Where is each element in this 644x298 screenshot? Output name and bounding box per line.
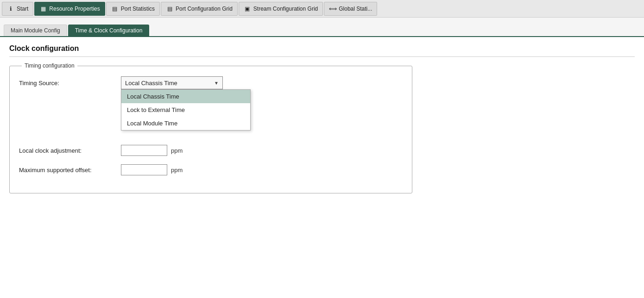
tab-time-clock-config[interactable]: Time & Clock Configuration <box>68 25 150 36</box>
timing-source-row: Timing Source: Local Chassis Time ▼ Loca… <box>19 76 403 89</box>
tab-port-statistics[interactable]: ▤ Port Statistics <box>106 2 160 16</box>
global-stati-icon: ⟺ <box>329 5 336 12</box>
timing-source-label: Timing Source: <box>19 80 121 87</box>
stream-config-grid-icon: ▣ <box>244 5 251 12</box>
tab-start[interactable]: ℹ Start <box>2 2 33 16</box>
page-title: Clock configuration <box>9 44 635 57</box>
dropdown-item-local-chassis-time[interactable]: Local Chassis Time <box>121 90 250 103</box>
tab-port-statistics-label: Port Statistics <box>121 6 155 12</box>
local-clock-adjustment-input[interactable] <box>121 145 167 156</box>
tab-start-label: Start <box>17 6 28 12</box>
local-clock-adjustment-row: Local clock adjustment: ppm <box>19 145 403 156</box>
timing-fieldset: Timing configuration Timing Source: Loca… <box>9 62 412 193</box>
sub-tabbar: Main Module Config Time & Clock Configur… <box>0 18 644 37</box>
timing-source-selected-value: Local Chassis Time <box>125 80 177 87</box>
tab-resource-properties-label: Resource Properties <box>49 6 100 12</box>
max-supported-offset-input[interactable] <box>121 164 167 175</box>
max-supported-offset-row: Maximum supported offset: ppm <box>19 164 403 175</box>
tab-stream-config-grid-label: Stream Configuration Grid <box>253 6 318 12</box>
dropdown-item-lock-external-time[interactable]: Lock to External Time <box>121 103 250 117</box>
dropdown-item-local-module-time[interactable]: Local Module Time <box>121 117 250 130</box>
timing-source-value: Local Chassis Time ▼ Local Chassis Time … <box>121 76 223 89</box>
tab-main-module-config-label: Main Module Config <box>11 27 60 34</box>
resource-properties-icon: ▦ <box>39 5 47 12</box>
tab-port-config-grid[interactable]: ▤ Port Configuration Grid <box>161 2 238 16</box>
tab-global-stati[interactable]: ⟺ Global Stati... <box>324 2 377 16</box>
local-clock-adjustment-unit: ppm <box>171 147 183 154</box>
tab-time-clock-config-label: Time & Clock Configuration <box>75 27 143 34</box>
timing-source-dropdown-wrapper: Local Chassis Time ▼ Local Chassis Time … <box>121 76 223 89</box>
port-statistics-icon: ▤ <box>111 5 119 12</box>
tab-global-stati-label: Global Stati... <box>339 6 372 12</box>
max-supported-offset-label: Maximum supported offset: <box>19 167 121 174</box>
tab-port-config-grid-label: Port Configuration Grid <box>176 6 233 12</box>
tab-main-module-config[interactable]: Main Module Config <box>4 25 67 36</box>
timing-source-dropdown-btn[interactable]: Local Chassis Time ▼ <box>121 76 223 89</box>
start-icon: ℹ <box>7 5 14 12</box>
main-content: Clock configuration Timing configuration… <box>0 37 644 298</box>
tab-resource-properties[interactable]: ▦ Resource Properties <box>34 2 105 16</box>
timing-section-legend: Timing configuration <box>22 62 77 69</box>
port-config-grid-icon: ▤ <box>166 5 173 12</box>
timing-source-dropdown-menu: Local Chassis Time Lock to External Time… <box>121 89 251 130</box>
dropdown-arrow-icon: ▼ <box>214 81 219 86</box>
local-clock-adjustment-label: Local clock adjustment: <box>19 147 121 154</box>
tab-stream-config-grid[interactable]: ▣ Stream Configuration Grid <box>239 2 323 16</box>
local-clock-adjustment-value: ppm <box>121 145 183 156</box>
top-tabbar: ℹ Start ▦ Resource Properties ▤ Port Sta… <box>0 0 644 18</box>
max-supported-offset-unit: ppm <box>171 167 183 174</box>
max-supported-offset-value: ppm <box>121 164 183 175</box>
